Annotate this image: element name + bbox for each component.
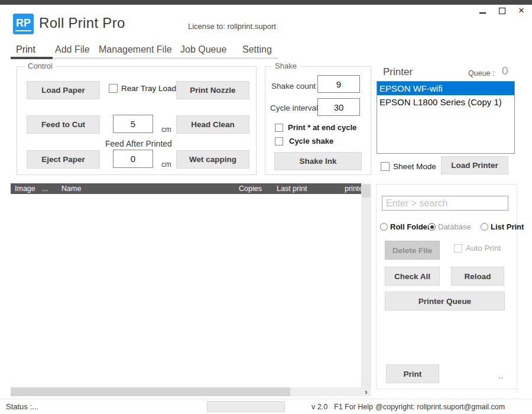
shake-count-input[interactable] bbox=[317, 75, 360, 93]
column-header-printed: printed bbox=[345, 183, 361, 194]
roll-folder-radio[interactable] bbox=[380, 223, 388, 231]
tab-add-file[interactable]: Add File bbox=[55, 44, 90, 55]
feed-to-cut-input[interactable] bbox=[113, 115, 153, 133]
maximize-button[interactable] bbox=[497, 6, 507, 15]
window-controls: × bbox=[478, 5, 526, 17]
shake-count-label: Shake count bbox=[271, 82, 316, 90]
delete-file-button[interactable]: Delete File bbox=[385, 241, 440, 260]
tab-job-queue[interactable]: Job Queue bbox=[180, 44, 226, 55]
app-title: Roll Print Pro bbox=[39, 15, 125, 31]
rear-tray-load-checkbox[interactable] bbox=[109, 84, 118, 93]
printer-queue-button[interactable]: Printer Queue bbox=[385, 292, 505, 310]
tab-bar-divider bbox=[53, 57, 278, 59]
table-vertical-scrollbar[interactable] bbox=[361, 183, 371, 387]
tab-setting[interactable]: Setting bbox=[242, 44, 272, 55]
copyright-text: @copyright: rollprint.suport@gmail.com bbox=[375, 403, 505, 411]
close-button[interactable]: × bbox=[517, 6, 526, 15]
control-group: Control Load Paper Rear Tray Load Print … bbox=[17, 66, 257, 175]
app-logo-text: RP bbox=[15, 17, 31, 31]
feed-after-printed-input[interactable] bbox=[113, 150, 153, 168]
file-table-header[interactable]: Image ... Name Copies Last print printed bbox=[11, 183, 361, 194]
progress-placeholder bbox=[207, 401, 285, 412]
sheet-mode-label: Sheet Mode bbox=[393, 162, 436, 171]
feed-after-printed-unit: cm bbox=[161, 160, 171, 169]
table-horizontal-scrollbar[interactable]: › bbox=[11, 387, 371, 396]
minimize-button[interactable] bbox=[478, 6, 487, 15]
printer-list: EPSON WF-wifi EPSON L1800 Series (Copy 1… bbox=[377, 81, 515, 154]
column-header-name: Name bbox=[61, 183, 81, 194]
reload-button[interactable]: Reload bbox=[451, 267, 504, 286]
column-header-dots: ... bbox=[42, 183, 48, 194]
status-text: Status :... bbox=[6, 402, 38, 411]
check-all-button[interactable]: Check All bbox=[385, 267, 440, 286]
help-text: F1 For Help bbox=[334, 403, 373, 411]
shake-group-title: Shake bbox=[272, 62, 300, 70]
maximize-icon bbox=[499, 8, 505, 14]
printer-list-item[interactable]: EPSON L1800 Series (Copy 1) bbox=[377, 95, 514, 109]
list-print-radio[interactable] bbox=[481, 223, 488, 231]
vertical-scrollbar-thumb[interactable] bbox=[362, 185, 371, 198]
load-printer-button[interactable]: Load Printer bbox=[441, 156, 508, 174]
app-logo-icon: RP bbox=[13, 14, 34, 34]
horizontal-scrollbar-thumb[interactable] bbox=[11, 387, 290, 396]
feed-to-cut-unit: cm bbox=[161, 125, 171, 134]
control-group-title: Control bbox=[25, 62, 56, 70]
column-header-last-print: Last print bbox=[277, 183, 307, 194]
auto-print-checkbox[interactable] bbox=[454, 244, 462, 253]
license-text: License to: rollprint.suport bbox=[188, 22, 276, 31]
active-tab-indicator bbox=[11, 57, 53, 59]
tab-print[interactable]: Print bbox=[16, 44, 35, 55]
app-window: × RP Roll Print Pro License to: rollprin… bbox=[0, 0, 532, 414]
eject-paper-button[interactable]: Eject Paper bbox=[27, 150, 100, 169]
queue-count: 0 bbox=[502, 64, 508, 77]
database-label: Database bbox=[438, 222, 471, 231]
auto-print-label: Auto Print bbox=[466, 244, 501, 253]
cycle-shake-checkbox[interactable] bbox=[275, 137, 283, 145]
cycle-interval-input[interactable] bbox=[317, 98, 360, 116]
actions-panel: Roll Folder Database List Print Delete F… bbox=[376, 184, 517, 389]
search-input[interactable] bbox=[382, 196, 508, 211]
status-bar: Status :... v 2.0 F1 For Help @copyright… bbox=[0, 399, 532, 414]
print-end-cycle-checkbox[interactable] bbox=[275, 124, 283, 132]
print-button[interactable]: Print bbox=[386, 364, 439, 383]
sheet-mode-checkbox[interactable] bbox=[381, 162, 390, 171]
wet-capping-button[interactable]: Wet capping bbox=[176, 150, 249, 169]
tab-management-file[interactable]: Management File bbox=[99, 44, 172, 55]
roll-folder-label: Roll Folder bbox=[390, 222, 430, 231]
cycle-shake-label: Cycle shake bbox=[289, 137, 333, 145]
printer-section-title: Printer bbox=[383, 66, 413, 78]
shake-group: Shake Shake count Cycle interval Print *… bbox=[265, 66, 371, 175]
scroll-right-arrow-icon[interactable]: › bbox=[361, 387, 371, 396]
panel-dots: .. bbox=[498, 372, 504, 380]
column-header-image: Image bbox=[15, 183, 35, 194]
cycle-interval-label: Cycle interval bbox=[270, 104, 318, 112]
feed-to-cut-button[interactable]: Feed to Cut bbox=[27, 115, 100, 134]
close-icon: × bbox=[518, 6, 524, 15]
shake-ink-button[interactable]: Shake Ink bbox=[274, 152, 362, 170]
print-end-cycle-label: Print * at end cycle bbox=[288, 123, 356, 132]
database-radio[interactable] bbox=[428, 223, 436, 231]
feed-after-printed-label: Feed After Printed bbox=[105, 139, 172, 148]
printer-list-item[interactable]: EPSON WF-wifi bbox=[377, 82, 514, 95]
version-text: v 2.0 bbox=[312, 403, 327, 411]
minimize-icon bbox=[479, 12, 486, 14]
file-table-body bbox=[11, 194, 361, 387]
rear-tray-load-label: Rear Tray Load bbox=[121, 84, 176, 93]
queue-label: Queue : bbox=[468, 69, 494, 77]
head-clean-button[interactable]: Head Clean bbox=[176, 115, 249, 134]
list-print-label: List Print bbox=[491, 222, 524, 231]
print-nozzle-button[interactable]: Print Nozzle bbox=[176, 81, 249, 99]
load-paper-button[interactable]: Load Paper bbox=[27, 81, 100, 99]
column-header-copies: Copies bbox=[239, 183, 262, 194]
window-title-strip bbox=[0, 0, 532, 5]
